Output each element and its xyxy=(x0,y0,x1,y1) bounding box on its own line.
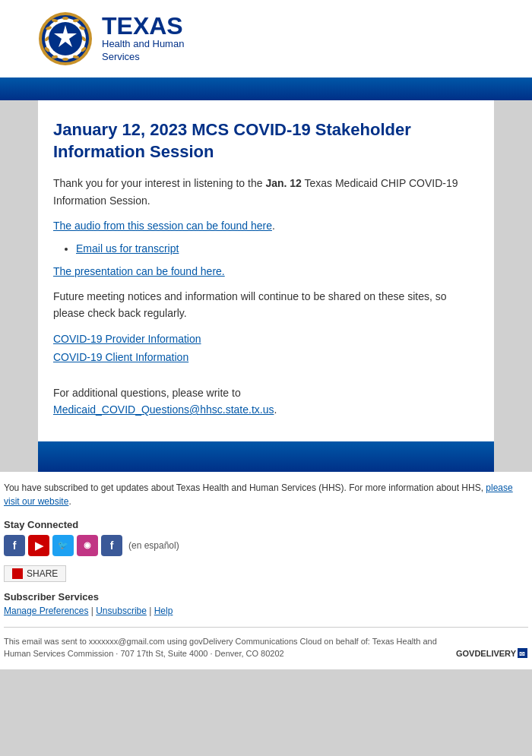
govdelivery-logo: GOVDELIVERY ✉ xyxy=(456,647,528,660)
header-area: TEXAS Health and Human Services xyxy=(0,0,532,77)
govdelivery-icon: ✉ xyxy=(518,648,528,659)
subscriber-services-label: Subscriber Services xyxy=(4,591,528,603)
bottom-legal: This email was sent to xxxxxxx@gmail.com… xyxy=(4,635,528,660)
email-wrapper: TEXAS Health and Human Services January … xyxy=(0,0,532,669)
footer-area: You have subscribed to get updates about… xyxy=(0,472,532,669)
help-link[interactable]: Help xyxy=(154,606,173,616)
presentation-link[interactable]: The presentation can be found here. xyxy=(53,265,225,277)
legal-text: This email was sent to xxxxxxx@gmail.com… xyxy=(4,635,445,660)
svg-text:✉: ✉ xyxy=(519,650,525,658)
en-espanol-label: (en español) xyxy=(128,540,179,551)
twitter-icon[interactable]: 🐦 xyxy=(52,535,74,556)
svg-point-13 xyxy=(62,17,68,20)
provider-link-block: COVID-19 Provider Information xyxy=(53,333,479,345)
stay-connected-label: Stay Connected xyxy=(4,519,528,530)
client-link-block: COVID-19 Client Information xyxy=(53,351,479,363)
logo-text-block: TEXAS Health and Human Services xyxy=(102,14,184,64)
logo-subtitle: Health and Human Services xyxy=(102,38,184,64)
presentation-link-line: The presentation can be found here. xyxy=(53,265,479,277)
audio-link-line: The audio from this session can be found… xyxy=(53,220,479,232)
svg-point-14 xyxy=(62,58,68,61)
header-inner: TEXAS Health and Human Services xyxy=(38,11,494,66)
texas-seal-icon xyxy=(38,11,93,66)
additional-text: For additional questions, please write t… xyxy=(53,384,479,419)
page-title: January 12, 2023 MCS COVID-19 Stakeholde… xyxy=(53,119,479,163)
client-link[interactable]: COVID-19 Client Information xyxy=(53,351,188,363)
bottom-banner xyxy=(38,441,494,472)
audio-link[interactable]: The audio from this session can be found… xyxy=(53,220,272,232)
divider xyxy=(4,627,528,628)
medicaid-email-link[interactable]: Medicaid_COVID_Questions@hhsc.state.tx.u… xyxy=(53,403,274,416)
social-icons-row: f ▶ 🐦 ◉ f (en español) xyxy=(4,535,528,556)
facebook-espanol-icon[interactable]: f xyxy=(101,535,122,556)
unsubscribe-link[interactable]: Unsubscribe xyxy=(96,606,147,616)
email-transcript-link[interactable]: Email us for transcript xyxy=(76,242,179,255)
subscriber-links: Manage Preferences | Unsubscribe | Help xyxy=(4,606,528,616)
instagram-icon[interactable]: ◉ xyxy=(77,535,98,556)
provider-link[interactable]: COVID-19 Provider Information xyxy=(53,333,201,345)
main-content: January 12, 2023 MCS COVID-19 Stakeholde… xyxy=(38,100,494,441)
texas-title: TEXAS xyxy=(102,14,184,38)
manage-preferences-link[interactable]: Manage Preferences xyxy=(4,606,88,616)
future-text: Future meeting notices and information w… xyxy=(53,288,479,322)
share-icon xyxy=(12,568,23,579)
email-transcript-item: Email us for transcript xyxy=(76,242,479,255)
header-banner xyxy=(0,77,532,100)
bullet-list: Email us for transcript xyxy=(76,242,479,255)
facebook-icon[interactable]: f xyxy=(4,535,25,556)
share-button[interactable]: SHARE xyxy=(4,565,66,582)
youtube-icon[interactable]: ▶ xyxy=(28,535,49,556)
subscribe-text: You have subscribed to get updates about… xyxy=(4,481,528,508)
intro-paragraph: Thank you for your interest in listening… xyxy=(53,175,479,209)
